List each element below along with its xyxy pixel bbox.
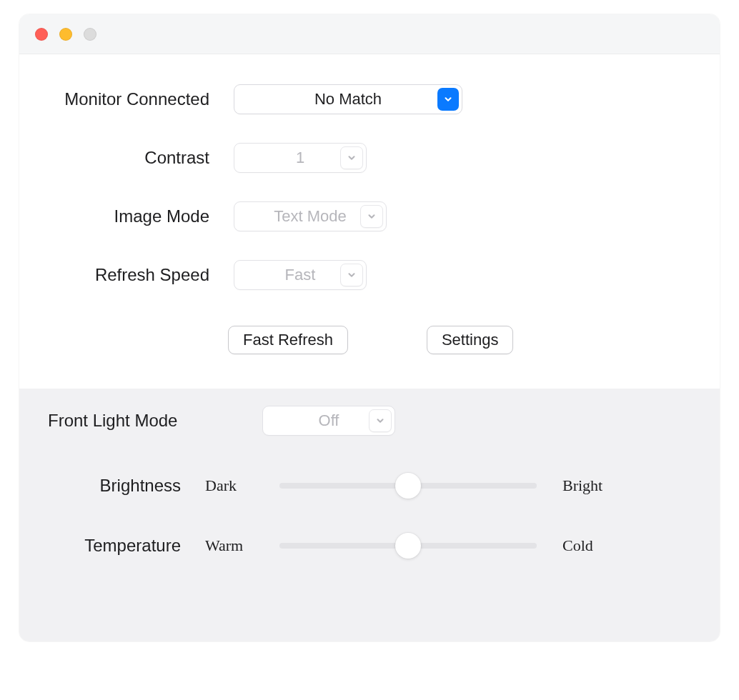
monitor-row: Monitor Connected No Match [48,84,691,114]
titlebar [19,14,720,54]
image-mode-dropdown[interactable]: Text Mode [234,201,387,231]
temperature-label: Temperature [48,536,205,556]
front-light-row: Front Light Mode Off [48,406,691,436]
brightness-slider[interactable] [279,483,537,489]
front-light-dropdown[interactable]: Off [262,406,395,436]
window-controls [35,28,96,41]
front-light-label: Front Light Mode [48,411,262,431]
contrast-value: 1 [296,149,304,167]
settings-button[interactable]: Settings [427,326,514,354]
chevron-down-icon[interactable] [340,264,363,286]
chevron-down-icon[interactable] [340,146,363,169]
temperature-thumb[interactable] [395,533,421,559]
temperature-min-label: Warm [205,536,267,555]
action-buttons: Fast Refresh Settings [48,326,691,354]
image-mode-row: Image Mode Text Mode [48,201,691,231]
zoom-icon [84,28,96,41]
refresh-speed-label: Refresh Speed [48,265,234,285]
close-icon[interactable] [35,28,48,41]
fast-refresh-button[interactable]: Fast Refresh [228,326,348,354]
image-mode-value: Text Mode [274,207,347,226]
refresh-speed-value: Fast [285,266,316,284]
monitor-label: Monitor Connected [48,89,234,109]
refresh-speed-dropdown[interactable]: Fast [234,260,367,290]
chevron-down-icon[interactable] [437,88,459,111]
contrast-row: Contrast 1 [48,143,691,173]
monitor-dropdown[interactable]: No Match [234,84,462,114]
brightness-label: Brightness [48,476,205,496]
contrast-stepper[interactable]: 1 [234,143,367,173]
monitor-value: No Match [314,90,382,109]
brightness-row: Brightness Dark Bright [48,476,691,496]
temperature-row: Temperature Warm Cold [48,536,691,556]
temperature-slider[interactable] [279,543,537,549]
image-mode-label: Image Mode [48,206,234,226]
chevron-down-icon[interactable] [369,409,392,432]
chevron-down-icon[interactable] [360,205,383,228]
front-light-value: Off [319,411,339,430]
brightness-min-label: Dark [205,476,267,495]
main-settings-panel: Monitor Connected No Match Contrast 1 [19,54,720,389]
temperature-max-label: Cold [562,536,624,555]
brightness-thumb[interactable] [395,473,421,499]
front-light-panel: Front Light Mode Off Brightness Dark Bri… [19,389,720,641]
contrast-label: Contrast [48,148,234,168]
brightness-max-label: Bright [562,476,624,495]
minimize-icon[interactable] [59,28,72,41]
refresh-speed-row: Refresh Speed Fast [48,260,691,290]
settings-window: Monitor Connected No Match Contrast 1 [19,14,720,641]
